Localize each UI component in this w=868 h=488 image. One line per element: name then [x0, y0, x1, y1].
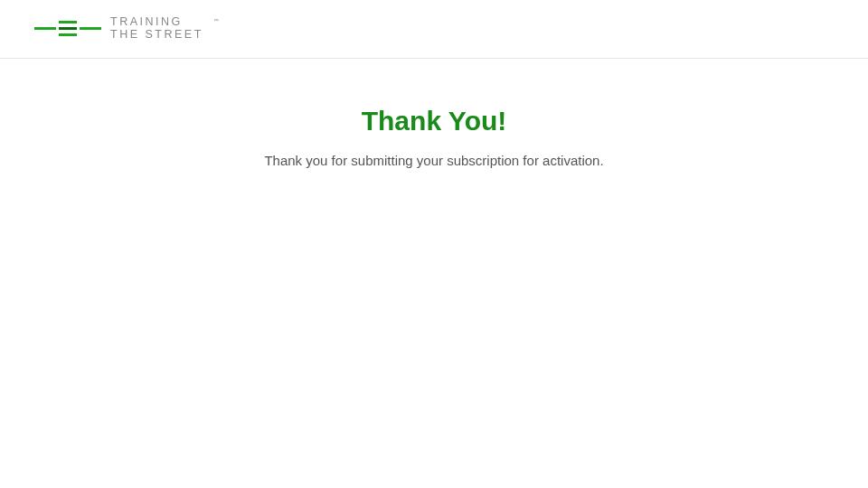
main-content: Thank You! Thank you for submitting your… — [0, 59, 868, 168]
svg-rect-0 — [34, 27, 56, 30]
page-heading: Thank You! — [0, 106, 868, 136]
svg-rect-1 — [59, 21, 77, 23]
svg-rect-2 — [59, 27, 77, 30]
logo-mark-icon — [34, 18, 101, 40]
logo-text-line1: TRAINING — [110, 16, 203, 29]
logo-trademark: ™ — [213, 18, 219, 23]
logo-text-line2: THE STREET — [110, 29, 203, 42]
logo[interactable]: TRAINING THE STREET ™ — [34, 16, 219, 42]
header: TRAINING THE STREET ™ — [0, 0, 868, 59]
page-subtext: Thank you for submitting your subscripti… — [0, 153, 868, 168]
svg-rect-3 — [59, 33, 77, 36]
svg-rect-4 — [80, 27, 101, 30]
logo-text: TRAINING THE STREET — [110, 16, 203, 42]
